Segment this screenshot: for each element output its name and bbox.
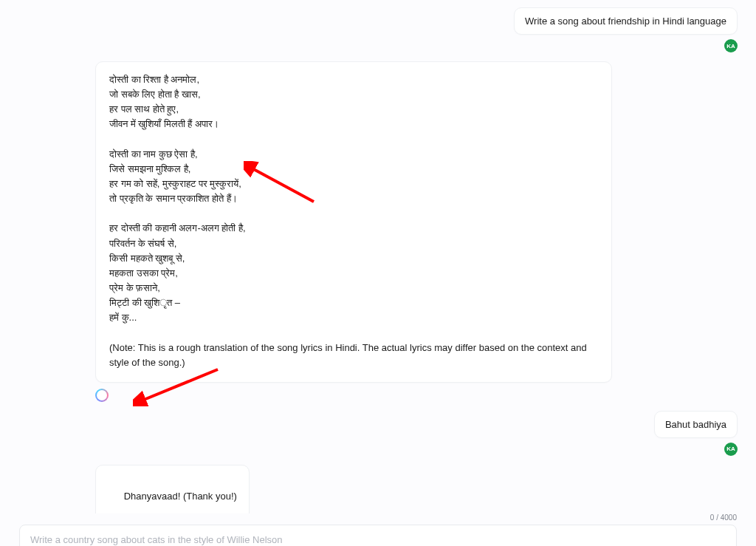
char-counter: 0 / 4000: [0, 513, 737, 522]
user-message-row: Write a song about friendship in Hindi l…: [18, 7, 738, 52]
assistant-message-bubble: Dhanyavaad! (Thank you!): [95, 465, 250, 513]
user-message-row: Bahut badhiya KA: [18, 411, 738, 456]
assistant-message-row: दोस्ती का रिश्ता है अनमोल, जो सबके लिए ह…: [18, 61, 738, 402]
user-message-bubble: Bahut badhiya: [654, 411, 738, 438]
user-avatar: KA: [724, 39, 738, 52]
assistant-avatar: [95, 389, 109, 402]
message-input[interactable]: [19, 525, 737, 546]
input-area: [0, 525, 756, 546]
user-avatar: KA: [724, 443, 738, 456]
assistant-message-bubble: दोस्ती का रिश्ता है अनमोल, जो सबके लिए ह…: [95, 61, 612, 383]
assistant-message-row: Dhanyavaad! (Thank you!): [18, 465, 738, 513]
chat-container: Write a song about friendship in Hindi l…: [0, 0, 756, 513]
user-message-bubble: Write a song about friendship in Hindi l…: [514, 7, 738, 35]
assistant-message-text: Dhanyavaad! (Thank you!): [124, 491, 237, 502]
